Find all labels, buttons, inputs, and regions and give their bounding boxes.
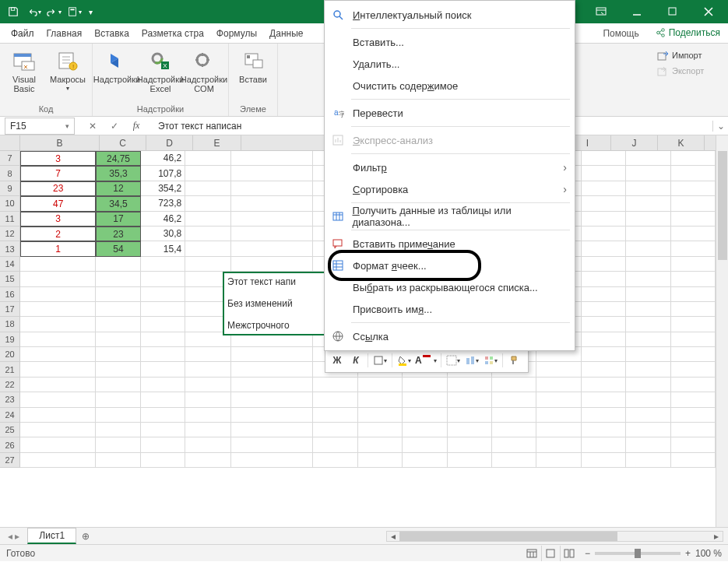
col-header-k[interactable]: K	[658, 135, 705, 150]
add-sheet-button[interactable]: ⊕	[76, 531, 95, 542]
cell[interactable]	[185, 227, 231, 241]
addins-com-button[interactable]: Надстройки COM	[185, 45, 223, 93]
cell[interactable]	[536, 392, 581, 407]
mini-increase-decimal[interactable]: ▾	[463, 352, 480, 369]
cell[interactable]	[626, 196, 670, 211]
cell[interactable]	[185, 453, 231, 468]
ctx-format-cells[interactable]: Формат ячеек...	[325, 255, 575, 276]
cell[interactable]: 35,3	[96, 166, 140, 181]
cell[interactable]	[358, 423, 403, 437]
cell[interactable]	[20, 392, 96, 407]
fx-icon[interactable]: fx	[130, 120, 142, 132]
ctx-get-data[interactable]: Получить данные из таблицы или диапазона…	[325, 205, 575, 227]
cell[interactable]	[582, 423, 626, 437]
cell[interactable]	[626, 212, 670, 227]
cell[interactable]	[671, 302, 716, 317]
cell[interactable]	[448, 392, 492, 407]
cell[interactable]	[582, 287, 626, 302]
row-header[interactable]: 7	[0, 151, 20, 166]
qat-customize[interactable]: ▾	[84, 1, 97, 23]
tab-insert[interactable]: Вставка	[88, 23, 135, 43]
cell[interactable]: 723,8	[141, 196, 185, 211]
mini-font-color[interactable]: A▾	[414, 352, 438, 369]
save-button[interactable]	[3, 1, 23, 23]
cell[interactable]	[671, 332, 716, 347]
cell[interactable]	[96, 362, 140, 377]
cell[interactable]	[96, 347, 140, 362]
ctx-comment[interactable]: Вставить примечание	[325, 233, 575, 255]
cell[interactable]	[582, 272, 626, 286]
cell[interactable]	[185, 166, 231, 181]
cancel-icon[interactable]: ✕	[86, 120, 99, 132]
ctx-delete[interactable]: Удалить...	[325, 53, 575, 75]
cell[interactable]	[626, 317, 670, 332]
macros-button[interactable]: !Макросы▾	[48, 45, 87, 93]
redo-button[interactable]: ▾	[44, 1, 64, 23]
cell[interactable]	[626, 227, 670, 241]
cell[interactable]	[231, 257, 313, 272]
cell[interactable]	[231, 392, 313, 407]
formula-expand-icon[interactable]: ⌄	[712, 121, 728, 132]
cell[interactable]: 1	[20, 241, 96, 256]
cell[interactable]	[141, 453, 185, 468]
cell[interactable]	[582, 151, 626, 166]
zoom-out-button[interactable]: −	[585, 548, 590, 559]
cell[interactable]	[671, 196, 716, 211]
ctx-filter[interactable]: Фильтр	[325, 156, 575, 178]
cell[interactable]	[185, 378, 231, 392]
cell[interactable]	[185, 212, 231, 227]
cell[interactable]	[96, 408, 140, 423]
col-header-j[interactable]: J	[611, 135, 658, 150]
cell[interactable]	[582, 378, 626, 392]
cell[interactable]: 354,2	[141, 181, 185, 196]
cell[interactable]	[626, 392, 670, 407]
cell[interactable]	[141, 378, 185, 392]
cell[interactable]	[626, 453, 670, 468]
cell[interactable]: 34,5	[96, 196, 140, 211]
cell[interactable]	[626, 166, 670, 181]
cell[interactable]	[671, 212, 716, 227]
cell[interactable]: 12	[96, 181, 140, 196]
cell[interactable]	[141, 302, 185, 317]
cell[interactable]	[582, 437, 626, 452]
cell[interactable]	[20, 332, 96, 347]
row-header[interactable]: 17	[0, 302, 20, 317]
cell[interactable]	[448, 423, 492, 437]
cell[interactable]	[20, 317, 96, 332]
cell[interactable]	[231, 241, 313, 256]
cell[interactable]	[20, 302, 96, 317]
cell[interactable]	[671, 241, 716, 256]
cell[interactable]	[582, 181, 626, 196]
cell[interactable]	[582, 362, 626, 377]
cell[interactable]: 2	[20, 227, 96, 241]
cell[interactable]	[626, 347, 670, 362]
cell[interactable]	[626, 257, 670, 272]
cell[interactable]	[626, 272, 670, 286]
col-header-c[interactable]: C	[100, 135, 146, 150]
cell[interactable]	[141, 347, 185, 362]
cell[interactable]	[185, 151, 231, 166]
cell[interactable]	[20, 347, 96, 362]
cell[interactable]	[96, 392, 140, 407]
cell[interactable]	[96, 287, 140, 302]
view-pagebreak-button[interactable]	[560, 546, 579, 561]
cell[interactable]	[582, 166, 626, 181]
visual-basic-button[interactable]: Visual Basic	[5, 45, 44, 93]
cell[interactable]	[582, 302, 626, 317]
cell[interactable]	[448, 453, 492, 468]
cell[interactable]	[96, 453, 140, 468]
cell[interactable]	[403, 392, 447, 407]
cell[interactable]	[626, 423, 670, 437]
cell[interactable]	[185, 347, 231, 362]
mini-bold[interactable]: Ж	[329, 352, 346, 369]
view-layout-button[interactable]	[541, 546, 560, 561]
cell[interactable]: 3	[20, 151, 96, 166]
row-header[interactable]: 21	[0, 362, 20, 377]
cell[interactable]	[141, 423, 185, 437]
cell[interactable]	[141, 408, 185, 423]
cell[interactable]	[448, 408, 492, 423]
cell[interactable]	[96, 437, 140, 452]
cell[interactable]	[358, 453, 403, 468]
cell[interactable]	[403, 423, 447, 437]
cell[interactable]	[671, 378, 716, 392]
